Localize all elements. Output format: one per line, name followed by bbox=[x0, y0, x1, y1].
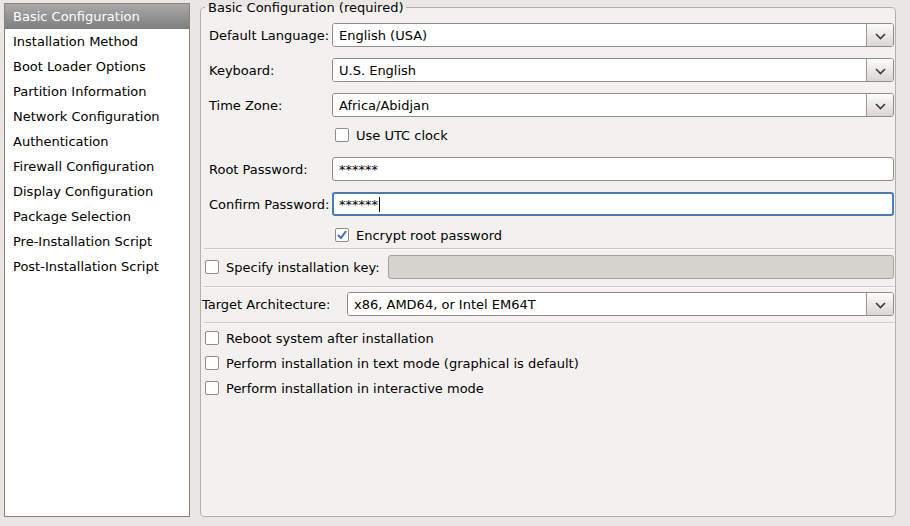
reboot-label: Reboot system after installation bbox=[226, 331, 434, 346]
time-zone-dropdown-button[interactable] bbox=[866, 94, 893, 116]
root-password-label: Root Password: bbox=[209, 162, 332, 177]
default-language-dropdown-button[interactable] bbox=[866, 24, 893, 46]
sidebar-item-post-installation-script[interactable]: Post-Installation Script bbox=[5, 254, 189, 279]
sidebar-item-firewall-configuration[interactable]: Firewall Configuration bbox=[5, 154, 189, 179]
chevron-down-icon bbox=[875, 28, 886, 43]
target-architecture-dropdown-button[interactable] bbox=[866, 293, 893, 315]
interactive-mode-label: Perform installation in interactive mode bbox=[226, 381, 484, 396]
text-mode-label: Perform installation in text mode (graph… bbox=[226, 356, 579, 371]
sidebar-item-package-selection[interactable]: Package Selection bbox=[5, 204, 189, 229]
frame-legend: Basic Configuration (required) bbox=[205, 0, 406, 15]
keyboard-value: U.S. English bbox=[333, 59, 866, 81]
utc-clock-checkbox[interactable] bbox=[335, 128, 349, 142]
default-language-label: Default Language: bbox=[209, 28, 332, 43]
utc-clock-label: Use UTC clock bbox=[356, 128, 448, 143]
encrypt-password-checkbox[interactable] bbox=[335, 228, 349, 242]
default-language-select[interactable]: English (USA) bbox=[332, 23, 894, 47]
encrypt-password-label: Encrypt root password bbox=[356, 228, 502, 243]
chevron-down-icon bbox=[875, 98, 886, 113]
text-cursor bbox=[379, 197, 380, 212]
target-architecture-value: x86, AMD64, or Intel EM64T bbox=[348, 293, 866, 315]
sidebar-item-partition-information[interactable]: Partition Information bbox=[5, 79, 189, 104]
app-window: Basic Configuration Installation Method … bbox=[0, 0, 910, 526]
separator bbox=[204, 322, 894, 324]
default-language-value: English (USA) bbox=[333, 24, 866, 46]
checkmark-icon bbox=[337, 228, 347, 243]
separator bbox=[204, 248, 894, 250]
target-architecture-label: Target Architecture: bbox=[202, 297, 347, 312]
sidebar-item-authentication[interactable]: Authentication bbox=[5, 129, 189, 154]
sidebar-item-installation-method[interactable]: Installation Method bbox=[5, 29, 189, 54]
installation-key-label: Specify installation key: bbox=[226, 260, 380, 275]
sidebar-item-pre-installation-script[interactable]: Pre-Installation Script bbox=[5, 229, 189, 254]
interactive-mode-checkbox[interactable] bbox=[205, 381, 219, 395]
sidebar-item-basic-configuration[interactable]: Basic Configuration bbox=[5, 4, 189, 29]
time-zone-label: Time Zone: bbox=[209, 98, 332, 113]
root-password-input[interactable]: ****** bbox=[332, 157, 894, 181]
chevron-down-icon bbox=[875, 63, 886, 78]
time-zone-select[interactable]: Africa/Abidjan bbox=[332, 93, 894, 117]
text-mode-checkbox[interactable] bbox=[205, 356, 219, 370]
keyboard-label: Keyboard: bbox=[209, 63, 332, 78]
reboot-checkbox[interactable] bbox=[205, 331, 219, 345]
section-list: Basic Configuration Installation Method … bbox=[4, 3, 190, 517]
confirm-password-masked-value: ****** bbox=[339, 197, 378, 212]
target-architecture-select[interactable]: x86, AMD64, or Intel EM64T bbox=[347, 292, 894, 316]
sidebar-item-display-configuration[interactable]: Display Configuration bbox=[5, 179, 189, 204]
keyboard-select[interactable]: U.S. English bbox=[332, 58, 894, 82]
chevron-down-icon bbox=[875, 297, 886, 312]
root-password-masked-value: ****** bbox=[339, 162, 378, 177]
keyboard-dropdown-button[interactable] bbox=[866, 59, 893, 81]
sidebar-item-network-configuration[interactable]: Network Configuration bbox=[5, 104, 189, 129]
confirm-password-label: Confirm Password: bbox=[209, 197, 332, 212]
separator bbox=[204, 286, 894, 288]
confirm-password-input[interactable]: ****** bbox=[332, 192, 894, 216]
installation-key-checkbox[interactable] bbox=[205, 260, 219, 274]
time-zone-value: Africa/Abidjan bbox=[333, 94, 866, 116]
sidebar-item-boot-loader-options[interactable]: Boot Loader Options bbox=[5, 54, 189, 79]
installation-key-input bbox=[388, 255, 894, 279]
